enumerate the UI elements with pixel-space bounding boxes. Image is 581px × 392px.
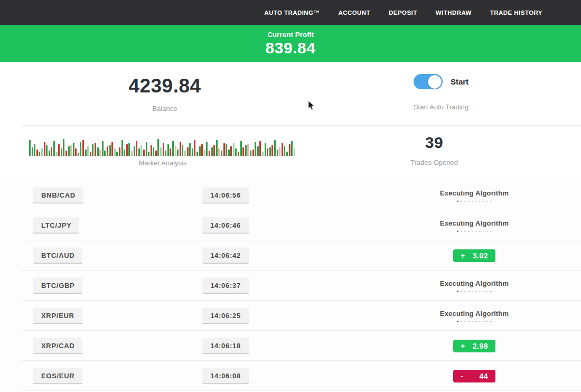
table-row: BTC/AUD 14:06:42 +3.02	[0, 240, 581, 270]
market-bar	[73, 143, 74, 156]
table-row: LTC/JPY 14:06:46 Executing Algorithm	[0, 210, 581, 240]
balance-label: Balance	[59, 105, 270, 113]
time-chip[interactable]: 14:06:08	[202, 368, 249, 384]
market-bar	[267, 148, 268, 156]
nav-item-withdraw[interactable]: WITHDRAW	[436, 10, 472, 16]
profit-banner: Current Profit 839.84	[0, 25, 581, 62]
market-bar	[99, 150, 101, 156]
table-row: XRP/CAD 14:06:18 +2.98	[0, 331, 581, 361]
market-bar	[250, 151, 251, 156]
nav-item-account[interactable]: ACCOUNT	[338, 10, 370, 16]
market-bar	[175, 146, 176, 156]
market-bar	[49, 151, 50, 156]
badge-amount: 44	[479, 372, 488, 380]
market-bar	[78, 153, 79, 156]
market-bar	[75, 148, 77, 156]
progress-dots	[440, 230, 509, 232]
pair-chip[interactable]: BTC/AUD	[33, 247, 82, 264]
progress-dot	[486, 200, 488, 202]
market-bar	[46, 145, 48, 156]
time-chip[interactable]: 14:06:18	[202, 338, 249, 354]
badge-sign: +	[461, 251, 465, 260]
balance-value: 4239.84	[59, 75, 270, 97]
table-row: XRP/EUR 14:06:25 Executing Algorithm	[0, 301, 581, 331]
market-bar	[259, 141, 261, 156]
market-bar	[128, 143, 130, 156]
market-bar	[65, 151, 67, 156]
market-bar	[134, 146, 135, 156]
table-row: BNB/CAD 14:06:56 Executing Algorithm	[0, 180, 581, 210]
progress-dot	[490, 291, 492, 292]
market-bar	[279, 147, 280, 156]
pair-chip[interactable]: BNB/CAD	[33, 187, 83, 203]
progress-dots	[440, 321, 509, 322]
progress-dot	[479, 321, 481, 322]
market-bar	[80, 142, 81, 156]
market-bar	[282, 143, 283, 156]
market-bar	[41, 148, 43, 156]
current-profit-label: Current Profit	[0, 25, 581, 39]
market-bar	[167, 144, 169, 156]
toggle-start-label: Start	[451, 77, 468, 86]
market-bar	[95, 143, 96, 156]
market-bar	[180, 142, 181, 156]
market-bar	[87, 146, 89, 156]
nav-item-trade-history[interactable]: TRADE HISTORY	[490, 10, 542, 16]
badge-amount: 2.98	[473, 342, 488, 350]
pair-chip[interactable]: XRP/EUR	[33, 307, 82, 324]
market-bar	[29, 140, 31, 156]
progress-dot	[479, 230, 481, 232]
market-bar	[163, 143, 164, 156]
pair-chip[interactable]: LTC/JPY	[33, 217, 79, 234]
market-bar	[242, 147, 244, 156]
executing-algorithm-label: Executing Algorithm	[440, 279, 509, 287]
profit-badge: +2.98	[453, 340, 495, 352]
pair-chip[interactable]: BTC/GBP	[33, 277, 82, 294]
progress-dot	[486, 230, 488, 232]
market-bar	[189, 143, 191, 156]
progress-dot	[475, 230, 477, 232]
market-bar	[245, 145, 247, 156]
progress-dot	[461, 321, 462, 322]
progress-dot	[490, 200, 492, 202]
market-bar	[182, 145, 183, 156]
progress-dot	[461, 291, 462, 292]
market-bar	[255, 142, 256, 156]
market-bar	[34, 144, 35, 156]
pair-chip[interactable]: XRP/CAD	[33, 338, 82, 354]
top-navbar: AUTO TRADING™ACCOUNTDEPOSITWITHDRAWTRADE…	[0, 0, 581, 25]
progress-dot	[468, 200, 470, 202]
time-chip[interactable]: 14:06:25	[202, 307, 249, 324]
pair-chip[interactable]: EOS/EUR	[33, 368, 82, 384]
market-bar	[39, 152, 40, 156]
time-chip[interactable]: 14:06:46	[202, 217, 249, 234]
market-bar	[187, 147, 189, 156]
market-bar	[262, 152, 264, 156]
market-bar	[218, 148, 220, 156]
market-bar	[61, 148, 62, 156]
progress-dot	[464, 291, 466, 292]
nav-item-auto-trading[interactable]: AUTO TRADING™	[264, 10, 320, 16]
market-bar	[211, 147, 213, 156]
market-bar	[165, 151, 166, 156]
market-bar	[85, 150, 87, 156]
market-bar	[294, 148, 295, 156]
time-chip[interactable]: 14:06:42	[202, 247, 249, 264]
executing-algorithm-label: Executing Algorithm	[440, 309, 509, 317]
market-bar	[170, 148, 171, 156]
nav-item-deposit[interactable]: DEPOSIT	[389, 10, 417, 16]
auto-trading-toggle[interactable]	[414, 74, 443, 89]
market-bar	[274, 140, 276, 156]
time-chip[interactable]: 14:06:56	[202, 187, 249, 203]
market-bar	[252, 150, 254, 156]
market-bar	[140, 145, 142, 156]
auto-trading-block: Start Start Auto Trading	[362, 74, 520, 111]
badge-sign: +	[461, 342, 465, 350]
market-analysis-label: Market Analysis	[29, 159, 296, 167]
market-bar	[121, 140, 123, 156]
time-chip[interactable]: 14:06:37	[202, 277, 249, 294]
market-bar	[136, 141, 137, 156]
market-bar	[107, 146, 108, 156]
progress-dot	[475, 200, 477, 202]
progress-dot	[483, 291, 484, 292]
